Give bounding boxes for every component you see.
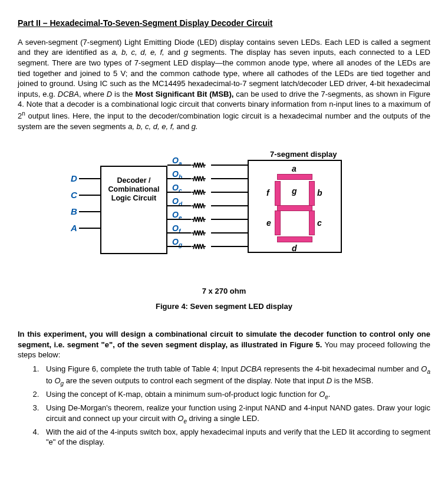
output-Og: Og [172, 236, 182, 249]
s1-a: Using Figure 6, complete the truth table… [46, 364, 241, 373]
resistor-f: -ʍʍ- [191, 227, 205, 238]
segment-e [275, 211, 281, 235]
wire-in-g [211, 246, 248, 247]
seg-label-c: c [317, 218, 322, 229]
p1-g2: output lines. Here, the input to the dec… [18, 111, 430, 131]
step-4: With the aid of the 4-inputs switch box,… [41, 427, 430, 448]
wire-in-c [211, 192, 248, 193]
paragraph-2: In this experiment, you will design a co… [18, 329, 430, 360]
figure-diagram: 7-segment display D C B A Decoder / Comb… [71, 149, 377, 285]
s1-e: is the MSB. [332, 376, 373, 385]
wire-in-b [211, 178, 248, 179]
output-Od: Od [172, 196, 182, 208]
output-Of: Of [172, 223, 180, 235]
wire-Of [167, 232, 191, 234]
output-Oa: Oa [172, 155, 182, 167]
decoder-l1: Decoder / [101, 176, 166, 185]
p1-dcba: DCBA [58, 90, 79, 98]
resistor-g: -ʍʍ- [191, 241, 205, 252]
s1-c: to [46, 376, 54, 385]
seg-label-d: d [292, 243, 297, 254]
p1-D: D [107, 90, 112, 98]
p1-seglist: a, b, c, d, e, f, [111, 48, 164, 57]
wire-Ob [167, 178, 191, 179]
paragraph-1: A seven-segment (7-segment) Light Emitti… [18, 37, 430, 131]
seg-label-e: e [266, 218, 271, 229]
output-Oe: Oe [172, 209, 182, 222]
wire-B [79, 211, 100, 212]
step-2: Using the concept of K-map, obtain a min… [41, 389, 430, 401]
s2-a: Using the concept of K-map, obtain a min… [46, 390, 319, 399]
wire-D [79, 178, 100, 179]
input-A: A [71, 222, 77, 234]
resistor-value: 7 x 270 ohm [18, 286, 430, 297]
wire-Oa [167, 165, 191, 166]
resistor-e: -ʍʍ- [191, 213, 205, 225]
resistor-b: -ʍʍ- [191, 173, 205, 184]
p1-d: , where [79, 90, 107, 98]
decoder-box: Decoder / Combinational Logic Circuit [100, 166, 167, 254]
p1-b: and [164, 48, 184, 57]
p1-gseg2: g. [192, 122, 198, 131]
wire-Oe [167, 219, 191, 220]
s1-dcba: DCBA [241, 364, 262, 373]
p1-e: is the [112, 90, 135, 98]
seg-label-f: f [266, 188, 269, 199]
section-title: Part II – Hexadecimal-To-Seven-Segment D… [18, 18, 430, 29]
output-Oc: Oc [172, 182, 182, 195]
s2-oe: Oe [319, 390, 328, 399]
resistor-a: -ʍʍ- [191, 159, 205, 170]
segment-g [277, 205, 312, 211]
resistor-c: -ʍʍ- [191, 186, 205, 198]
output-Ob: Ob [172, 169, 182, 181]
segment-b [309, 181, 315, 206]
s1-d: are the seven outputs to control each se… [64, 376, 327, 385]
wire-in-e [211, 219, 248, 220]
segment-a [277, 174, 312, 180]
decoder-l2: Combinational [101, 185, 166, 194]
p1-seglist2: a, b, c, d, e, f, [128, 122, 174, 131]
display-title: 7-segment display [270, 149, 337, 160]
seg-label-g: g [292, 186, 297, 197]
s3-b: driving a single LED. [187, 414, 259, 423]
wire-in-d [211, 205, 248, 206]
steps-list: Using Figure 6, complete the truth table… [41, 364, 430, 448]
s1-og: Og [54, 376, 64, 385]
wire-A [79, 228, 100, 229]
input-D: D [71, 173, 77, 185]
seven-segment-box: a b c d e f g [248, 160, 342, 253]
segment-f [275, 181, 281, 206]
s1-oa: Oa [421, 364, 430, 373]
p1-h: and [174, 122, 192, 131]
figure-caption: Figure 4: Seven segment LED display [18, 301, 430, 312]
wire-Og [167, 246, 191, 247]
wire-in-a [211, 165, 248, 166]
seg-label-b: b [317, 188, 322, 199]
input-C: C [71, 189, 77, 201]
s1-b: represents the 4-bit hexadecimal number … [262, 364, 421, 373]
s3-oe: Oe [177, 414, 187, 423]
step-3: Using De-Morgan's theorem, realize your … [41, 403, 430, 425]
segment-d [277, 236, 312, 242]
seg-label-a: a [292, 163, 297, 175]
wire-in-f [211, 232, 248, 234]
wire-Od [167, 205, 191, 206]
decoder-l3: Logic Circuit [101, 194, 166, 203]
figure-4: 7-segment display D C B A Decoder / Comb… [18, 149, 430, 311]
s2-b: . [328, 390, 331, 399]
s1-D: D [327, 376, 332, 385]
p1-msb: Most Significant Bit (MSB), [135, 90, 233, 98]
step-1: Using Figure 6, complete the truth table… [41, 364, 430, 387]
wire-Oc [167, 192, 191, 193]
wire-C [79, 195, 100, 196]
segment-c [309, 211, 315, 235]
input-B: B [71, 206, 77, 218]
p1-g: g [184, 48, 188, 57]
resistor-d: -ʍʍ- [191, 200, 205, 211]
